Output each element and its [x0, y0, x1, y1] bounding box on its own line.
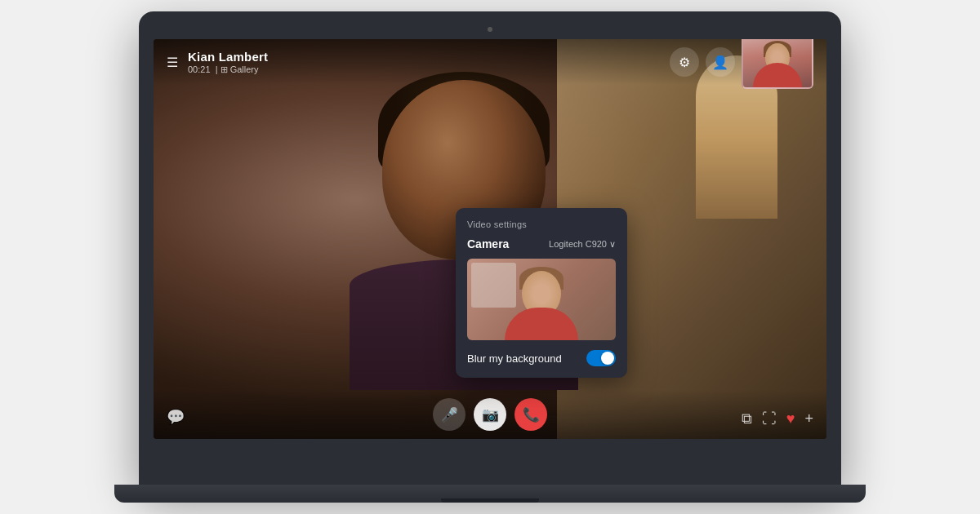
- camera-preview: [467, 259, 616, 340]
- video-settings-panel: Video settings Camera Logitech C920 ∨ Bl…: [456, 208, 627, 378]
- blur-row: Blur my background: [467, 350, 616, 366]
- call-meta: 00:21 | ⊞ Gallery: [188, 64, 670, 75]
- camera-bar: [154, 23, 826, 36]
- caller-name: Kian Lambert: [188, 50, 670, 64]
- call-top-bar: ☰ Kian Lambert 00:21 | ⊞ Gallery ⚙ 👤: [154, 39, 826, 85]
- caller-info: Kian Lambert 00:21 | ⊞ Gallery: [188, 50, 670, 75]
- camera-row: Camera Logitech C920 ∨: [467, 237, 616, 250]
- panel-title: Video settings: [467, 219, 616, 229]
- call-bottom-bar: 💬 🎤 📷 📞 ⧉ ⛶ ♥ +: [154, 390, 826, 439]
- top-right-controls: ⚙ 👤: [670, 39, 813, 89]
- camera-label: Camera: [467, 237, 509, 250]
- copy-icon[interactable]: ⧉: [742, 410, 752, 428]
- webcam-indicator: [488, 27, 492, 32]
- chevron-down-icon: ∨: [609, 239, 616, 250]
- blur-toggle[interactable]: [586, 350, 616, 366]
- camera-device[interactable]: Logitech C920 ∨: [549, 239, 616, 250]
- bottom-left-controls: 💬: [167, 408, 185, 426]
- heart-icon[interactable]: ♥: [786, 410, 795, 428]
- menu-icon[interactable]: ☰: [167, 55, 178, 70]
- blur-label: Blur my background: [467, 352, 562, 365]
- video-button[interactable]: 📷: [474, 398, 506, 431]
- add-icon[interactable]: +: [804, 410, 813, 428]
- add-participant-button[interactable]: 👤: [706, 47, 735, 77]
- laptop-base: [114, 485, 866, 503]
- fullscreen-icon[interactable]: ⛶: [762, 410, 777, 428]
- preview-shirt: [505, 308, 578, 340]
- laptop-frame: ☰ Kian Lambert 00:21 | ⊞ Gallery ⚙ 👤: [139, 11, 841, 485]
- pip-self-video: [742, 39, 813, 89]
- preview-background: [471, 263, 516, 308]
- laptop-screen: ☰ Kian Lambert 00:21 | ⊞ Gallery ⚙ 👤: [154, 39, 826, 439]
- bottom-right-controls: ⧉ ⛶ ♥ +: [742, 410, 813, 428]
- mute-button[interactable]: 🎤: [433, 398, 466, 431]
- end-call-button[interactable]: 📞: [514, 398, 547, 431]
- settings-button[interactable]: ⚙: [670, 47, 699, 77]
- chat-icon[interactable]: 💬: [167, 409, 185, 425]
